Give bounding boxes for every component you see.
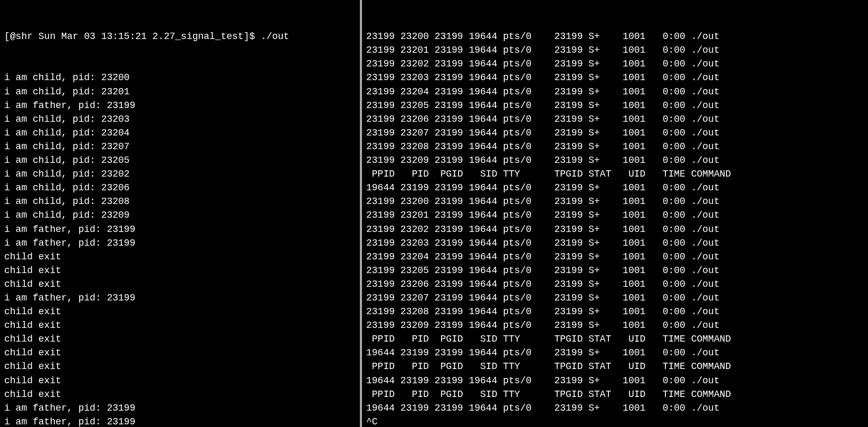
output-line: child exit: [4, 305, 356, 318]
output-line: i am father, pid: 23199: [4, 401, 356, 415]
output-line: child exit: [4, 374, 356, 387]
output-line: PPID PID PGID SID TTY TPGID STAT UID TIM…: [366, 387, 864, 401]
output-line: i am child, pid: 23205: [4, 153, 356, 167]
output-line: 19644 23199 23199 19644 pts/0 23199 S+ 1…: [366, 401, 864, 415]
output-line: i am child, pid: 23202: [4, 167, 356, 181]
output-line: 23199 23207 23199 19644 pts/0 23199 S+ 1…: [366, 291, 864, 305]
terminal-pane-left[interactable]: [@shr Sun Mar 03 13:15:21 2.27_signal_te…: [0, 0, 362, 427]
output-line: 19644 23199 23199 19644 pts/0 23199 S+ 1…: [366, 374, 864, 387]
output-line: 23199 23209 23199 19644 pts/0 23199 S+ 1…: [366, 153, 864, 167]
output-line: 23199 23201 23199 19644 pts/0 23199 S+ 1…: [366, 208, 864, 222]
output-block-left: i am child, pid: 23200i am child, pid: 2…: [4, 71, 356, 427]
output-line: 23199 23203 23199 19644 pts/0 23199 S+ 1…: [366, 236, 864, 250]
output-line: 19644 23199 23199 19644 pts/0 23199 S+ 1…: [366, 346, 864, 360]
output-line: 23199 23208 23199 19644 pts/0 23199 S+ 1…: [366, 305, 864, 318]
output-line: i am child, pid: 23203: [4, 112, 356, 126]
output-line: child exit: [4, 332, 356, 346]
output-line: i am father, pid: 23199: [4, 415, 356, 427]
output-line: i am father, pid: 23199: [4, 291, 356, 305]
output-line: PPID PID PGID SID TTY TPGID STAT UID TIM…: [366, 360, 864, 373]
output-line: 23199 23205 23199 19644 pts/0 23199 S+ 1…: [366, 264, 864, 277]
output-line: 23199 23201 23199 19644 pts/0 23199 S+ 1…: [366, 43, 864, 57]
output-line: child exit: [4, 387, 356, 401]
output-line: 19644 23199 23199 19644 pts/0 23199 S+ 1…: [366, 181, 864, 195]
output-line: i am child, pid: 23207: [4, 140, 356, 153]
output-line: child exit: [4, 277, 356, 291]
output-line: 23199 23207 23199 19644 pts/0 23199 S+ 1…: [366, 126, 864, 140]
output-line: 23199 23206 23199 19644 pts/0 23199 S+ 1…: [366, 277, 864, 291]
output-line: PPID PID PGID SID TTY TPGID STAT UID TIM…: [366, 332, 864, 346]
output-line: i am child, pid: 23206: [4, 181, 356, 195]
output-line: i am father, pid: 23199: [4, 236, 356, 250]
output-line: i am father, pid: 23199: [4, 99, 356, 112]
output-line: PPID PID PGID SID TTY TPGID STAT UID TIM…: [366, 167, 864, 181]
output-line: 23199 23203 23199 19644 pts/0 23199 S+ 1…: [366, 71, 864, 84]
output-line: i am child, pid: 23208: [4, 195, 356, 208]
output-line: child exit: [4, 360, 356, 373]
output-line: i am father, pid: 23199: [4, 222, 356, 236]
output-block-right: 23199 23200 23199 19644 pts/0 23199 S+ 1…: [366, 30, 864, 427]
output-line: ^C: [366, 415, 864, 427]
output-line: child exit: [4, 264, 356, 277]
output-line: 23199 23206 23199 19644 pts/0 23199 S+ 1…: [366, 112, 864, 126]
output-line: 23199 23209 23199 19644 pts/0 23199 S+ 1…: [366, 318, 864, 332]
output-line: 23199 23205 23199 19644 pts/0 23199 S+ 1…: [366, 99, 864, 112]
terminal-pane-right[interactable]: 23199 23200 23199 19644 pts/0 23199 S+ 1…: [362, 0, 868, 427]
output-line: 23199 23202 23199 19644 pts/0 23199 S+ 1…: [366, 57, 864, 71]
output-line: child exit: [4, 318, 356, 332]
output-line: child exit: [4, 346, 356, 360]
output-line: 23199 23200 23199 19644 pts/0 23199 S+ 1…: [366, 30, 864, 43]
output-line: 23199 23202 23199 19644 pts/0 23199 S+ 1…: [366, 222, 864, 236]
output-line: 23199 23208 23199 19644 pts/0 23199 S+ 1…: [366, 140, 864, 153]
output-line: i am child, pid: 23200: [4, 71, 356, 84]
output-line: i am child, pid: 23209: [4, 208, 356, 222]
output-line: 23199 23204 23199 19644 pts/0 23199 S+ 1…: [366, 85, 864, 99]
output-line: i am child, pid: 23204: [4, 126, 356, 140]
output-line: child exit: [4, 250, 356, 264]
output-line: 23199 23204 23199 19644 pts/0 23199 S+ 1…: [366, 250, 864, 264]
output-line: i am child, pid: 23201: [4, 85, 356, 99]
prompt-line: [@shr Sun Mar 03 13:15:21 2.27_signal_te…: [4, 30, 356, 43]
output-line: 23199 23200 23199 19644 pts/0 23199 S+ 1…: [366, 195, 864, 208]
